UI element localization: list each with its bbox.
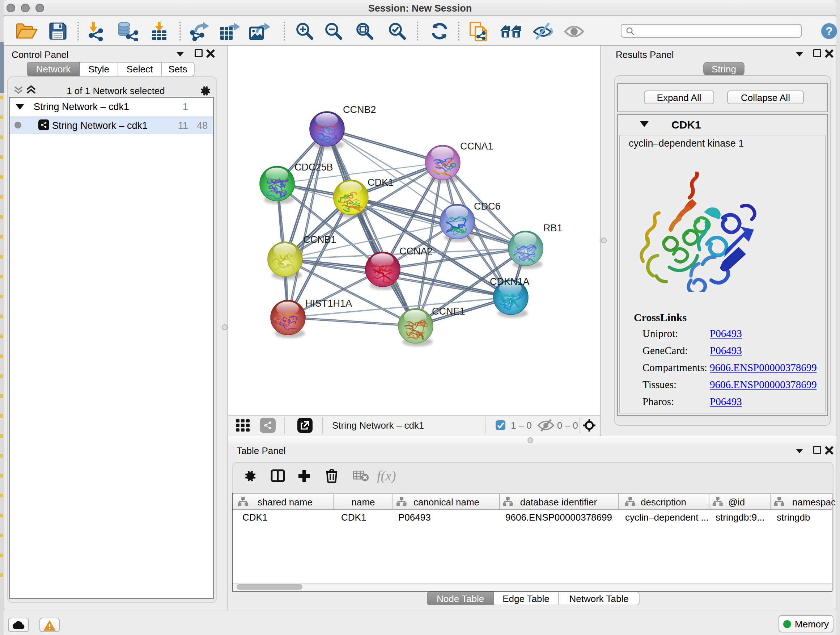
- svg-text:CDKN1A: CDKN1A: [490, 276, 530, 287]
- svg-text:CCNE1: CCNE1: [432, 306, 465, 317]
- svg-text:CCNB2: CCNB2: [343, 104, 376, 115]
- svg-text:CCNA1: CCNA1: [460, 141, 493, 152]
- svg-text:CDC25B: CDC25B: [294, 162, 333, 173]
- svg-text:RB1: RB1: [543, 223, 562, 233]
- svg-text:CCNA2: CCNA2: [399, 246, 433, 257]
- svg-text:?: ?: [826, 25, 833, 38]
- svg-text:CCNB1: CCNB1: [303, 234, 336, 245]
- svg-text:CDC6: CDC6: [474, 201, 501, 212]
- svg-text:CDK1: CDK1: [368, 177, 393, 188]
- svg-text:HIST1H1A: HIST1H1A: [305, 298, 352, 309]
